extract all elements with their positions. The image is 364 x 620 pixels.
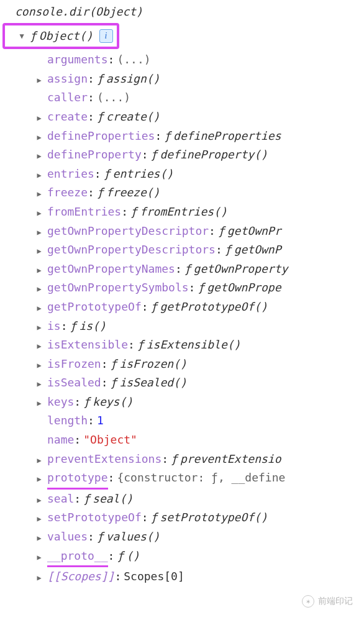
colon-separator: : <box>108 547 115 566</box>
expand-triangle-icon[interactable]: ▶ <box>35 112 43 124</box>
property-row[interactable]: ▶isExtensible: ƒ isExtensible() <box>35 335 364 355</box>
function-f-glyph: ƒ <box>111 373 117 393</box>
function-f-glyph: ƒ <box>151 298 158 317</box>
property-value-object: {constructor: ƒ, __define <box>117 468 285 488</box>
property-key: entries <box>47 165 94 184</box>
property-row[interactable]: ▶preventExtensions: ƒ preventExtensio <box>35 450 364 469</box>
property-key: seal <box>47 490 74 509</box>
function-f-glyph: ƒ <box>30 27 37 46</box>
expand-triangle-icon[interactable]: ▶ <box>35 532 43 544</box>
function-f-glyph: ƒ <box>117 547 124 566</box>
function-name: values() <box>106 527 160 547</box>
colon-separator: : <box>209 222 216 241</box>
colon-separator: : <box>189 278 196 298</box>
property-row[interactable]: ▶prototype: {constructor: ƒ, __define <box>35 468 364 490</box>
colon-separator: : <box>121 203 128 222</box>
expand-triangle-icon[interactable]: ▶ <box>35 321 43 334</box>
property-row[interactable]: ▶__proto__: ƒ () <box>35 547 364 568</box>
object-root-row[interactable]: ▼ ƒ Object() i <box>2 23 119 50</box>
property-row[interactable]: ▶getPrototypeOf: ƒ getPrototypeOf() <box>35 298 364 317</box>
function-f-glyph: ƒ <box>130 203 137 222</box>
function-name: setPrototypeOf() <box>160 508 267 527</box>
property-row[interactable]: ▶seal: ƒ seal() <box>35 490 364 509</box>
expand-triangle-icon[interactable]: ▶ <box>35 264 43 276</box>
property-key: getOwnPropertyNames <box>47 260 175 279</box>
expand-triangle-icon[interactable]: ▶ <box>35 378 43 390</box>
expand-triangle-icon[interactable]: ▶ <box>35 340 43 352</box>
property-key: name <box>47 431 74 450</box>
property-key: setPrototypeOf <box>47 508 142 527</box>
property-row[interactable]: ▶getOwnPropertyNames: ƒ getOwnProperty <box>35 260 364 279</box>
function-name: isSealed() <box>119 373 186 393</box>
property-row[interactable]: ▶keys: ƒ keys() <box>35 393 364 412</box>
function-name: preventExtensio <box>180 450 281 469</box>
expand-triangle-icon[interactable]: ▶ <box>35 188 43 200</box>
property-row[interactable]: ▶assign: ƒ assign() <box>35 70 364 89</box>
function-name: () <box>126 547 140 566</box>
console-input-line: console.dir(Object) <box>0 0 364 24</box>
expand-triangle-icon[interactable]: ▶ <box>35 302 43 314</box>
expand-triangle-icon[interactable]: ▶ <box>35 74 43 86</box>
property-key: isFrozen <box>47 355 101 374</box>
colon-separator: : <box>142 145 148 165</box>
property-row[interactable]: ▶isFrozen: ƒ isFrozen() <box>35 355 364 374</box>
function-f-glyph: ƒ <box>97 70 104 89</box>
property-row[interactable]: ▶defineProperty: ƒ defineProperty() <box>35 145 364 165</box>
function-name: defineProperties <box>173 127 281 146</box>
colon-separator: : <box>142 508 148 527</box>
property-row[interactable]: ▶[[Scopes]]: Scopes[0] <box>35 567 364 586</box>
property-key: defineProperties <box>47 127 155 146</box>
property-row[interactable]: ▶fromEntries: ƒ fromEntries() <box>35 203 364 222</box>
function-f-glyph: ƒ <box>83 393 90 412</box>
property-row[interactable]: ▶values: ƒ values() <box>35 527 364 547</box>
property-row: ▶name: "Object" <box>35 431 364 450</box>
expand-triangle-icon[interactable]: ▶ <box>35 245 43 257</box>
function-f-glyph: ƒ <box>164 127 171 146</box>
colon-separator: : <box>128 335 135 355</box>
expand-triangle-icon[interactable]: ▶ <box>35 283 43 295</box>
property-key: isSealed <box>47 373 101 393</box>
colon-separator: : <box>162 450 168 469</box>
object-signature: Object() <box>39 27 93 46</box>
property-value-scopes: Scopes[0] <box>124 567 184 586</box>
expand-triangle-icon[interactable]: ▶ <box>35 207 43 219</box>
expand-triangle-icon[interactable]: ▶ <box>35 473 43 485</box>
expand-triangle-icon[interactable]: ▶ <box>35 131 43 144</box>
property-row[interactable]: ▶defineProperties: ƒ defineProperties <box>35 127 364 146</box>
expand-triangle-icon[interactable]: ▶ <box>35 572 43 584</box>
property-row[interactable]: ▶setPrototypeOf: ƒ setPrototypeOf() <box>35 508 364 527</box>
colon-separator: : <box>175 260 182 279</box>
property-row[interactable]: ▶getOwnPropertyDescriptor: ƒ getOwnPr <box>35 222 364 241</box>
property-key: [[Scopes]] <box>47 567 114 586</box>
expand-triangle-icon[interactable]: ▶ <box>35 169 43 181</box>
expand-triangle-icon[interactable]: ▶ <box>35 494 43 506</box>
property-row[interactable]: ▶entries: ƒ entries() <box>35 165 364 184</box>
property-key: getOwnPropertyDescriptor <box>47 222 209 241</box>
function-name: entries() <box>113 165 174 184</box>
colon-separator: : <box>101 355 108 374</box>
property-row[interactable]: ▶getOwnPropertySymbols: ƒ getOwnPrope <box>35 278 364 298</box>
property-row[interactable]: ▶is: ƒ is() <box>35 317 364 336</box>
colon-separator: : <box>88 183 94 203</box>
function-f-glyph: ƒ <box>104 165 111 184</box>
expand-triangle-icon[interactable]: ▶ <box>35 397 43 409</box>
function-name: fromEntries() <box>140 203 227 222</box>
expand-triangle-icon[interactable]: ▶ <box>35 551 43 563</box>
expand-triangle-icon[interactable]: ▶ <box>35 454 43 467</box>
property-key: assign <box>47 70 88 89</box>
info-icon[interactable]: i <box>99 29 113 43</box>
property-row[interactable]: ▶getOwnPropertyDescriptors: ƒ getOwnP <box>35 240 364 260</box>
expand-triangle-icon[interactable]: ▶ <box>35 150 43 162</box>
expand-triangle-icon[interactable]: ▶ <box>35 513 43 525</box>
colon-separator: : <box>114 567 121 586</box>
colon-separator: : <box>142 298 148 317</box>
property-key: freeze <box>47 183 88 203</box>
expand-triangle-icon[interactable]: ▶ <box>35 359 43 372</box>
property-row[interactable]: ▶create: ƒ create() <box>35 107 364 127</box>
property-row[interactable]: ▶isSealed: ƒ isSealed() <box>35 373 364 393</box>
function-name: getOwnPrope <box>207 278 281 298</box>
property-row[interactable]: ▶freeze: ƒ freeze() <box>35 183 364 203</box>
function-f-glyph: ƒ <box>111 355 117 374</box>
expand-toggle-icon[interactable]: ▼ <box>17 30 26 42</box>
expand-triangle-icon[interactable]: ▶ <box>35 226 43 239</box>
